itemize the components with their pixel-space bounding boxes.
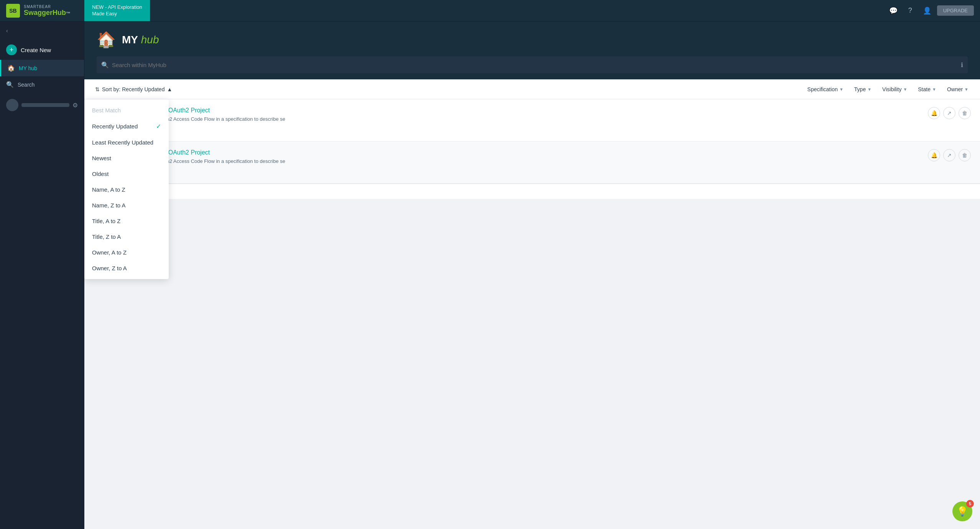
search-bar-icon: 🔍: [101, 61, 109, 69]
content-area: 🏠 MY hub 🔍 ℹ ⇅ Sort by: Recently Updated…: [84, 21, 980, 529]
sort-icon: ⇅: [95, 86, 100, 92]
state-chevron-icon: ▼: [932, 87, 936, 92]
top-nav: SB SMARTBEAR SwaggerHub™ NEW - API Explo…: [0, 0, 980, 21]
visibility-label: Visibility: [882, 86, 901, 92]
filter-specification[interactable]: Specification ▼: [802, 83, 849, 95]
result-list: Sample Access Code Flow OAuth2 ProjectTh…: [84, 99, 980, 184]
info-icon[interactable]: ℹ: [961, 61, 963, 69]
sort-option[interactable]: Newest: [84, 150, 169, 166]
create-new-label: Create New: [21, 47, 51, 53]
myhub-label: MY hub: [19, 65, 37, 71]
sort-option[interactable]: Owner, Z to A: [84, 260, 169, 276]
sort-option: Best Match: [84, 102, 169, 118]
result-actions: 🔔↗🗑: [928, 107, 971, 119]
sort-option[interactable]: Least Recently Updated: [84, 135, 169, 150]
chat-icon[interactable]: 💬: [886, 4, 900, 18]
notify-button[interactable]: 🔔: [928, 149, 940, 161]
sort-button[interactable]: ⇅ Sort by: Recently Updated ▲: [90, 83, 177, 95]
filter-state[interactable]: State ▼: [913, 83, 942, 95]
sidebar: ‹ + Create New 🏠 MY hub 🔍 Search ⚙: [0, 21, 84, 529]
spec-chevron-icon: ▼: [839, 87, 844, 92]
filter-type[interactable]: Type ▼: [849, 83, 877, 95]
sort-option[interactable]: Title, Z to A: [84, 229, 169, 245]
settings-icon[interactable]: ⚙: [72, 102, 78, 109]
type-label: Type: [854, 86, 866, 92]
user-icon[interactable]: 👤: [920, 4, 934, 18]
filter-visibility[interactable]: Visibility ▼: [877, 83, 913, 95]
nav-icons: 💬 ? 👤 UPGRADE: [886, 4, 980, 18]
table-row: Sample Access Code Flow OAuth2 ProjectTh…: [84, 141, 980, 184]
result-actions: 🔔↗🗑: [928, 149, 971, 161]
showing-text: SHOWING 1-2 OF 2: [84, 184, 980, 199]
back-arrow-icon: ‹: [6, 28, 8, 34]
check-mark-icon: ✓: [156, 123, 161, 130]
share-button[interactable]: ↗: [943, 149, 955, 161]
avatar: [6, 99, 18, 111]
filter-row: ⇅ Sort by: Recently Updated ▲ Best Match…: [84, 79, 980, 99]
logo-area: SB SMARTBEAR SwaggerHub™: [0, 4, 84, 18]
logo-icon: SB: [6, 4, 20, 18]
sidebar-item-search[interactable]: 🔍 Search: [0, 76, 84, 93]
upgrade-button[interactable]: UPGRADE: [937, 5, 974, 16]
hub-home-icon: 🏠: [97, 31, 116, 49]
bottom-right: 5 💡: [952, 501, 972, 521]
sort-option[interactable]: Title, A to Z: [84, 213, 169, 229]
sort-label: Sort by: Recently Updated: [102, 86, 164, 92]
sidebar-item-myhub[interactable]: 🏠 MY hub: [0, 60, 84, 76]
search-label: Search: [18, 82, 35, 88]
sidebar-create-new[interactable]: + Create New: [0, 40, 84, 60]
sidebar-back-button[interactable]: ‹: [0, 21, 84, 40]
main-layout: ‹ + Create New 🏠 MY hub 🔍 Search ⚙ 🏠 MY …: [0, 21, 980, 529]
nav-promo-banner[interactable]: NEW - API ExplorationMade Easy: [84, 0, 150, 21]
sort-option[interactable]: Oldest: [84, 166, 169, 182]
owner-label: Owner: [947, 86, 963, 92]
filter-owner[interactable]: Owner ▼: [942, 83, 974, 95]
share-button[interactable]: ↗: [943, 107, 955, 119]
sort-option[interactable]: Recently Updated✓: [84, 118, 169, 135]
type-chevron-icon: ▼: [867, 87, 871, 92]
logo-text: SMARTBEAR SwaggerHub™: [24, 5, 71, 17]
search-bar-wrap: 🔍 ℹ: [84, 56, 980, 79]
search-input[interactable]: [112, 62, 961, 68]
sort-option[interactable]: Owner, A to Z: [84, 245, 169, 260]
sidebar-footer: ⚙: [0, 93, 84, 117]
sort-option[interactable]: Name, Z to A: [84, 197, 169, 213]
help-badge: 5: [966, 500, 974, 508]
delete-button[interactable]: 🗑: [959, 107, 971, 119]
state-label: State: [918, 86, 931, 92]
username-placeholder: [21, 103, 69, 107]
hub-title: MY hub: [122, 34, 159, 46]
content-header: 🏠 MY hub: [84, 21, 980, 56]
search-icon: 🔍: [6, 81, 14, 88]
help-button[interactable]: 5 💡: [952, 501, 972, 521]
notify-button[interactable]: 🔔: [928, 107, 940, 119]
home-icon: 🏠: [7, 64, 15, 72]
owner-chevron-icon: ▼: [964, 87, 968, 92]
search-bar: 🔍 ℹ: [97, 56, 968, 73]
sort-chevron-icon: ▲: [167, 86, 172, 92]
spec-label: Specification: [807, 86, 838, 92]
help-icon[interactable]: ?: [903, 4, 917, 18]
sort-dropdown: Best MatchRecently Updated✓Least Recentl…: [84, 99, 169, 279]
plus-icon: +: [6, 44, 17, 55]
visibility-chevron-icon: ▼: [903, 87, 907, 92]
table-row: Sample Access Code Flow OAuth2 ProjectTh…: [84, 99, 980, 141]
sort-option[interactable]: Name, A to Z: [84, 182, 169, 197]
delete-button[interactable]: 🗑: [959, 149, 971, 161]
